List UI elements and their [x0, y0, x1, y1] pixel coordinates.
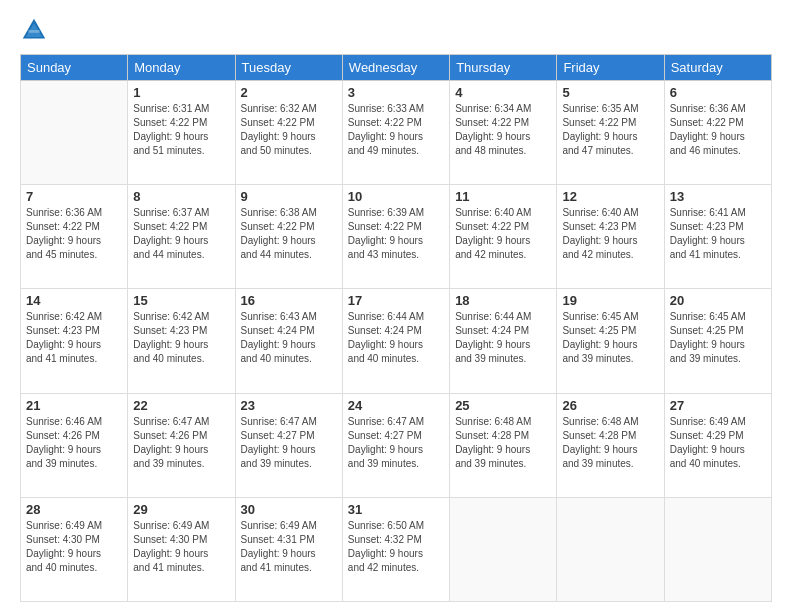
- day-info: Sunrise: 6:49 AM Sunset: 4:31 PM Dayligh…: [241, 519, 337, 575]
- calendar-week-2: 7Sunrise: 6:36 AM Sunset: 4:22 PM Daylig…: [21, 185, 772, 289]
- day-number: 27: [670, 398, 766, 413]
- calendar-cell-week1-day2: 1Sunrise: 6:31 AM Sunset: 4:22 PM Daylig…: [128, 81, 235, 185]
- day-number: 26: [562, 398, 658, 413]
- day-info: Sunrise: 6:47 AM Sunset: 4:26 PM Dayligh…: [133, 415, 229, 471]
- calendar-cell-week5-day3: 30Sunrise: 6:49 AM Sunset: 4:31 PM Dayli…: [235, 497, 342, 601]
- calendar-cell-week3-day3: 16Sunrise: 6:43 AM Sunset: 4:24 PM Dayli…: [235, 289, 342, 393]
- day-info: Sunrise: 6:49 AM Sunset: 4:30 PM Dayligh…: [26, 519, 122, 575]
- day-number: 23: [241, 398, 337, 413]
- day-number: 17: [348, 293, 444, 308]
- day-info: Sunrise: 6:50 AM Sunset: 4:32 PM Dayligh…: [348, 519, 444, 575]
- calendar-cell-week1-day7: 6Sunrise: 6:36 AM Sunset: 4:22 PM Daylig…: [664, 81, 771, 185]
- calendar-cell-week1-day3: 2Sunrise: 6:32 AM Sunset: 4:22 PM Daylig…: [235, 81, 342, 185]
- calendar-cell-week3-day2: 15Sunrise: 6:42 AM Sunset: 4:23 PM Dayli…: [128, 289, 235, 393]
- logo-icon: [20, 16, 48, 44]
- calendar-cell-week2-day7: 13Sunrise: 6:41 AM Sunset: 4:23 PM Dayli…: [664, 185, 771, 289]
- header: [20, 16, 772, 44]
- day-info: Sunrise: 6:41 AM Sunset: 4:23 PM Dayligh…: [670, 206, 766, 262]
- calendar-cell-week2-day6: 12Sunrise: 6:40 AM Sunset: 4:23 PM Dayli…: [557, 185, 664, 289]
- calendar-cell-week2-day5: 11Sunrise: 6:40 AM Sunset: 4:22 PM Dayli…: [450, 185, 557, 289]
- logo: [20, 16, 50, 44]
- day-number: 15: [133, 293, 229, 308]
- day-number: 6: [670, 85, 766, 100]
- day-number: 10: [348, 189, 444, 204]
- calendar-cell-week4-day3: 23Sunrise: 6:47 AM Sunset: 4:27 PM Dayli…: [235, 393, 342, 497]
- calendar-header-sunday: Sunday: [21, 55, 128, 81]
- calendar-week-1: 1Sunrise: 6:31 AM Sunset: 4:22 PM Daylig…: [21, 81, 772, 185]
- day-info: Sunrise: 6:42 AM Sunset: 4:23 PM Dayligh…: [26, 310, 122, 366]
- day-number: 24: [348, 398, 444, 413]
- calendar-cell-week5-day7: [664, 497, 771, 601]
- calendar-week-3: 14Sunrise: 6:42 AM Sunset: 4:23 PM Dayli…: [21, 289, 772, 393]
- day-number: 21: [26, 398, 122, 413]
- page: SundayMondayTuesdayWednesdayThursdayFrid…: [0, 0, 792, 612]
- calendar-cell-week2-day2: 8Sunrise: 6:37 AM Sunset: 4:22 PM Daylig…: [128, 185, 235, 289]
- day-number: 31: [348, 502, 444, 517]
- day-info: Sunrise: 6:42 AM Sunset: 4:23 PM Dayligh…: [133, 310, 229, 366]
- calendar-header-tuesday: Tuesday: [235, 55, 342, 81]
- day-number: 5: [562, 85, 658, 100]
- day-number: 19: [562, 293, 658, 308]
- day-number: 13: [670, 189, 766, 204]
- day-number: 18: [455, 293, 551, 308]
- day-number: 14: [26, 293, 122, 308]
- day-info: Sunrise: 6:39 AM Sunset: 4:22 PM Dayligh…: [348, 206, 444, 262]
- day-number: 12: [562, 189, 658, 204]
- calendar-cell-week4-day6: 26Sunrise: 6:48 AM Sunset: 4:28 PM Dayli…: [557, 393, 664, 497]
- calendar-header-row: SundayMondayTuesdayWednesdayThursdayFrid…: [21, 55, 772, 81]
- day-number: 4: [455, 85, 551, 100]
- day-info: Sunrise: 6:44 AM Sunset: 4:24 PM Dayligh…: [348, 310, 444, 366]
- svg-rect-2: [28, 30, 39, 33]
- calendar-cell-week3-day4: 17Sunrise: 6:44 AM Sunset: 4:24 PM Dayli…: [342, 289, 449, 393]
- calendar-cell-week3-day7: 20Sunrise: 6:45 AM Sunset: 4:25 PM Dayli…: [664, 289, 771, 393]
- calendar-cell-week1-day1: [21, 81, 128, 185]
- calendar-cell-week1-day5: 4Sunrise: 6:34 AM Sunset: 4:22 PM Daylig…: [450, 81, 557, 185]
- calendar-cell-week2-day3: 9Sunrise: 6:38 AM Sunset: 4:22 PM Daylig…: [235, 185, 342, 289]
- day-number: 3: [348, 85, 444, 100]
- calendar-header-thursday: Thursday: [450, 55, 557, 81]
- calendar-cell-week2-day4: 10Sunrise: 6:39 AM Sunset: 4:22 PM Dayli…: [342, 185, 449, 289]
- day-info: Sunrise: 6:40 AM Sunset: 4:23 PM Dayligh…: [562, 206, 658, 262]
- calendar-cell-week4-day5: 25Sunrise: 6:48 AM Sunset: 4:28 PM Dayli…: [450, 393, 557, 497]
- day-info: Sunrise: 6:31 AM Sunset: 4:22 PM Dayligh…: [133, 102, 229, 158]
- day-info: Sunrise: 6:40 AM Sunset: 4:22 PM Dayligh…: [455, 206, 551, 262]
- calendar-week-4: 21Sunrise: 6:46 AM Sunset: 4:26 PM Dayli…: [21, 393, 772, 497]
- day-number: 25: [455, 398, 551, 413]
- calendar-week-5: 28Sunrise: 6:49 AM Sunset: 4:30 PM Dayli…: [21, 497, 772, 601]
- day-number: 29: [133, 502, 229, 517]
- day-info: Sunrise: 6:48 AM Sunset: 4:28 PM Dayligh…: [455, 415, 551, 471]
- day-info: Sunrise: 6:32 AM Sunset: 4:22 PM Dayligh…: [241, 102, 337, 158]
- day-info: Sunrise: 6:49 AM Sunset: 4:30 PM Dayligh…: [133, 519, 229, 575]
- calendar-cell-week1-day6: 5Sunrise: 6:35 AM Sunset: 4:22 PM Daylig…: [557, 81, 664, 185]
- day-info: Sunrise: 6:36 AM Sunset: 4:22 PM Dayligh…: [26, 206, 122, 262]
- day-number: 20: [670, 293, 766, 308]
- day-info: Sunrise: 6:46 AM Sunset: 4:26 PM Dayligh…: [26, 415, 122, 471]
- calendar-cell-week3-day1: 14Sunrise: 6:42 AM Sunset: 4:23 PM Dayli…: [21, 289, 128, 393]
- calendar-cell-week4-day2: 22Sunrise: 6:47 AM Sunset: 4:26 PM Dayli…: [128, 393, 235, 497]
- day-info: Sunrise: 6:38 AM Sunset: 4:22 PM Dayligh…: [241, 206, 337, 262]
- day-info: Sunrise: 6:34 AM Sunset: 4:22 PM Dayligh…: [455, 102, 551, 158]
- calendar-cell-week4-day1: 21Sunrise: 6:46 AM Sunset: 4:26 PM Dayli…: [21, 393, 128, 497]
- day-info: Sunrise: 6:37 AM Sunset: 4:22 PM Dayligh…: [133, 206, 229, 262]
- calendar-header-monday: Monday: [128, 55, 235, 81]
- day-info: Sunrise: 6:35 AM Sunset: 4:22 PM Dayligh…: [562, 102, 658, 158]
- day-info: Sunrise: 6:43 AM Sunset: 4:24 PM Dayligh…: [241, 310, 337, 366]
- calendar-cell-week5-day5: [450, 497, 557, 601]
- day-number: 22: [133, 398, 229, 413]
- day-info: Sunrise: 6:45 AM Sunset: 4:25 PM Dayligh…: [562, 310, 658, 366]
- day-info: Sunrise: 6:36 AM Sunset: 4:22 PM Dayligh…: [670, 102, 766, 158]
- day-info: Sunrise: 6:47 AM Sunset: 4:27 PM Dayligh…: [241, 415, 337, 471]
- day-number: 8: [133, 189, 229, 204]
- calendar-cell-week5-day1: 28Sunrise: 6:49 AM Sunset: 4:30 PM Dayli…: [21, 497, 128, 601]
- day-number: 1: [133, 85, 229, 100]
- calendar-header-friday: Friday: [557, 55, 664, 81]
- day-number: 28: [26, 502, 122, 517]
- calendar-cell-week3-day6: 19Sunrise: 6:45 AM Sunset: 4:25 PM Dayli…: [557, 289, 664, 393]
- calendar-header-wednesday: Wednesday: [342, 55, 449, 81]
- day-number: 30: [241, 502, 337, 517]
- calendar-cell-week5-day6: [557, 497, 664, 601]
- day-info: Sunrise: 6:49 AM Sunset: 4:29 PM Dayligh…: [670, 415, 766, 471]
- day-number: 11: [455, 189, 551, 204]
- day-info: Sunrise: 6:33 AM Sunset: 4:22 PM Dayligh…: [348, 102, 444, 158]
- calendar-cell-week4-day4: 24Sunrise: 6:47 AM Sunset: 4:27 PM Dayli…: [342, 393, 449, 497]
